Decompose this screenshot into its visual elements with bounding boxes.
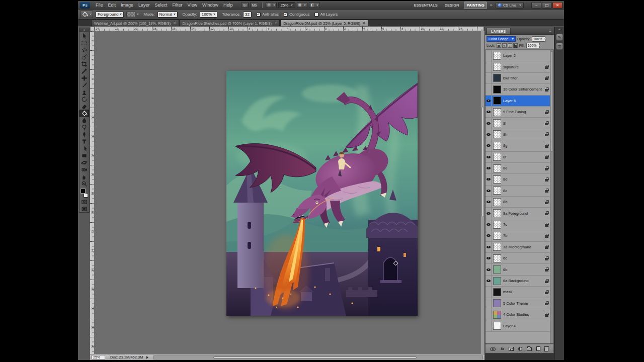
panel-menu-icon[interactable]: ≡	[549, 29, 552, 34]
rectangle-shape-tool[interactable]	[79, 152, 89, 159]
layer-thumbnail[interactable]	[493, 277, 501, 285]
layer-row[interactable]: 4 Color Studies	[486, 309, 553, 320]
menu-item[interactable]: File	[93, 3, 106, 8]
menu-item[interactable]: Edit	[106, 3, 119, 8]
visibility-toggle[interactable]	[486, 73, 492, 83]
layer-thumbnail[interactable]	[493, 322, 501, 330]
menu-item[interactable]: Select	[152, 3, 170, 8]
layer-row[interactable]: 5 Color Theme	[486, 298, 553, 309]
layer-opacity-field[interactable]: 100%	[532, 36, 545, 42]
new-adjustment-layer-icon[interactable]	[518, 347, 522, 351]
visibility-toggle[interactable]	[486, 197, 492, 207]
option-checkbox[interactable]: Anti-alias	[257, 12, 279, 17]
checkbox-icon[interactable]	[284, 13, 288, 17]
layer-thumbnail[interactable]	[493, 232, 501, 240]
visibility-toggle[interactable]	[486, 163, 492, 173]
layer-thumbnail[interactable]	[493, 299, 501, 307]
brush-tool[interactable]	[79, 81, 89, 88]
rectangular-marquee-tool[interactable]	[79, 39, 89, 46]
layer-thumbnail[interactable]	[493, 164, 501, 172]
document-tab[interactable]: Webinar_Art.psd @ 200% (100_19%, RGB/8) …	[91, 20, 179, 26]
paint-bucket-tool[interactable]	[79, 110, 89, 117]
menu-item[interactable]: Window	[200, 3, 221, 8]
visibility-toggle[interactable]	[486, 253, 492, 263]
layer-row[interactable]: 8e	[486, 163, 553, 174]
zoom-tool[interactable]	[79, 180, 89, 187]
vertical-scrollbar[interactable]	[480, 31, 485, 354]
view-extras-button[interactable]: ▤	[266, 2, 277, 8]
color-swatches[interactable]	[79, 189, 89, 198]
menu-item[interactable]: Layer	[136, 3, 152, 8]
quick-selection-tool[interactable]	[79, 53, 89, 60]
layer-thumbnail[interactable]	[493, 311, 501, 319]
eraser-tool[interactable]	[79, 103, 89, 110]
path-selection-tool[interactable]	[79, 145, 89, 152]
layer-thumbnail[interactable]	[493, 221, 501, 229]
crop-tool[interactable]	[79, 60, 89, 67]
visibility-toggle[interactable]	[486, 208, 492, 218]
layer-fill-field[interactable]: 100%	[526, 43, 540, 48]
foreground-color-swatch[interactable]	[80, 189, 86, 194]
option-checkbox[interactable]: Contiguous	[284, 12, 309, 17]
clone-source-panel-icon[interactable]: ◫	[556, 43, 563, 50]
ruler-corner[interactable]	[90, 27, 95, 31]
mode-select[interactable]: Normal	[157, 12, 178, 18]
canvas-viewport[interactable]	[95, 31, 480, 354]
lock-position-button[interactable]: +	[508, 43, 512, 48]
dodge-tool[interactable]	[79, 124, 89, 131]
brush-presets-panel-icon[interactable]: ✎	[556, 34, 563, 41]
scrollbar-thumb[interactable]	[213, 356, 417, 358]
layer-row[interactable]: 8i	[486, 118, 553, 129]
visibility-toggle[interactable]	[486, 230, 492, 241]
mini-bridge-button[interactable]: Mb	[250, 2, 258, 8]
visibility-toggle[interactable]	[486, 129, 492, 140]
layer-row[interactable]: 7a Middleground	[486, 242, 553, 253]
layer-row[interactable]: 9 Fine Tuning	[486, 107, 553, 118]
visibility-toggle[interactable]	[486, 61, 492, 72]
visibility-toggle[interactable]	[486, 298, 492, 309]
layer-thumbnail[interactable]	[493, 198, 501, 206]
workspace-button[interactable]: PAINTING	[464, 2, 487, 9]
layer-thumbnail[interactable]	[493, 119, 501, 127]
screen-mode-tool-button[interactable]	[79, 205, 89, 212]
lock-all-button[interactable]	[513, 43, 518, 48]
layer-row[interactable]: 8d	[486, 174, 553, 185]
layer-thumbnail[interactable]	[493, 97, 501, 105]
layer-thumbnail[interactable]	[493, 243, 501, 251]
launch-bridge-button[interactable]: Br	[241, 2, 249, 8]
expand-panels-icon[interactable]: «	[558, 28, 560, 32]
lock-transparency-button[interactable]: ▦	[497, 43, 501, 48]
layers-scrollbar[interactable]	[550, 50, 553, 343]
tool-preset-picker[interactable]	[80, 11, 93, 18]
add-layer-mask-icon[interactable]	[509, 347, 514, 351]
layer-row[interactable]: 8b	[486, 197, 553, 208]
layer-thumbnail[interactable]	[493, 288, 501, 296]
visibility-toggle[interactable]	[486, 186, 492, 196]
visibility-toggle[interactable]	[486, 118, 492, 128]
layer-row[interactable]: 8f	[486, 152, 553, 163]
link-layers-icon[interactable]	[490, 347, 496, 350]
workspace-button[interactable]: DESIGN	[443, 2, 461, 9]
visibility-toggle[interactable]	[486, 309, 492, 320]
layer-thumbnail[interactable]	[493, 254, 501, 262]
canvas[interactable]	[226, 71, 418, 316]
clone-stamp-tool[interactable]	[79, 88, 89, 96]
new-group-icon[interactable]	[527, 347, 532, 351]
zoom-level-field[interactable]: 25%	[278, 2, 295, 8]
layer-thumbnail[interactable]	[493, 175, 501, 184]
checkbox-icon[interactable]	[257, 13, 261, 17]
visibility-toggle[interactable]	[486, 107, 492, 117]
layer-row[interactable]: 10 Color Enhancement	[486, 84, 553, 95]
horizontal-scrollbar[interactable]	[153, 355, 483, 359]
scrollbar-thumb[interactable]	[551, 51, 553, 152]
visibility-toggle[interactable]	[486, 264, 492, 275]
layer-row[interactable]: blur filter	[486, 73, 553, 84]
hand-tool[interactable]	[79, 173, 89, 180]
layer-row[interactable]: mask	[486, 287, 553, 298]
tab-close-icon[interactable]: ✕	[363, 21, 365, 25]
layer-thumbnail[interactable]	[493, 63, 501, 71]
app-logo-icon[interactable]: Ps	[80, 2, 90, 9]
layer-thumbnail[interactable]	[493, 187, 501, 195]
layer-thumbnail[interactable]	[493, 52, 501, 60]
move-tool[interactable]	[79, 32, 89, 39]
